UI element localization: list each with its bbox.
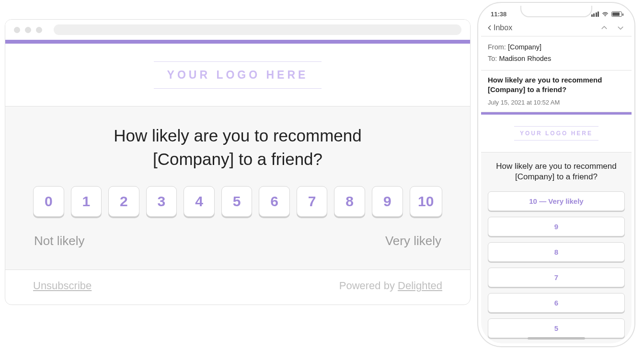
svg-point-0 — [605, 15, 606, 16]
nps-score-8[interactable]: 8 — [334, 186, 365, 217]
nps-score-5[interactable]: 5 — [221, 186, 253, 217]
chevron-left-icon — [486, 24, 494, 32]
nps-score-2[interactable]: 2 — [108, 186, 139, 217]
email-footer: Unsubscribe Powered by Delighted — [5, 270, 470, 304]
phone-nps-option-6[interactable]: 6 — [488, 293, 625, 313]
nps-score-10[interactable]: 10 — [410, 186, 442, 217]
phone-survey-question: How likely are you to recommend [Company… — [488, 161, 625, 183]
nps-score-1[interactable]: 1 — [71, 186, 102, 217]
phone-notch — [520, 6, 592, 17]
desktop-email-preview: YOUR LOGO HERE How likely are you to rec… — [5, 19, 471, 305]
unsubscribe-link[interactable]: Unsubscribe — [33, 280, 92, 292]
cellular-signal-icon — [591, 12, 599, 17]
window-dot-min-icon — [25, 27, 31, 33]
nps-scale-labels: Not likely Very likely — [33, 234, 442, 248]
from-prefix: From: — [488, 43, 508, 51]
email-date: July 15, 2021 at 10:52 AM — [488, 99, 625, 106]
nps-score-0[interactable]: 0 — [33, 186, 64, 217]
nps-score-row: 0 1 2 3 4 5 6 7 8 9 10 — [33, 186, 442, 217]
nps-label-high: Very likely — [385, 234, 441, 248]
nps-score-7[interactable]: 7 — [297, 186, 328, 217]
phone-nps-option-9[interactable]: 9 — [488, 217, 625, 236]
powered-by-brand-link[interactable]: Delighted — [398, 280, 442, 292]
nps-score-4[interactable]: 4 — [184, 186, 215, 217]
battery-icon — [611, 12, 622, 17]
window-dot-close-icon — [14, 27, 20, 33]
wifi-icon — [602, 11, 609, 18]
phone-nps-option-10[interactable]: 10 — Very likely — [488, 191, 625, 211]
phone-nps-option-5[interactable]: 5 — [488, 318, 625, 338]
browser-window-controls — [14, 27, 42, 33]
phone-logo-zone: YOUR LOGO HERE — [481, 115, 632, 152]
to-prefix: To: — [488, 55, 499, 62]
inbox-back-button[interactable]: Inbox — [486, 23, 512, 32]
logo-placeholder: YOUR LOGO HERE — [154, 61, 322, 89]
email-accent-bar — [5, 40, 470, 44]
from-value: [Company] — [508, 43, 541, 51]
powered-by-prefix: Powered by — [339, 280, 398, 292]
nps-score-9[interactable]: 9 — [372, 186, 403, 217]
email-subject: How likely are you to recommend [Company… — [488, 75, 625, 95]
phone-email-preview: 11:38 — [477, 2, 635, 347]
powered-by: Powered by Delighted — [339, 280, 442, 292]
email-to-row: To: Madison Rhodes — [488, 53, 625, 64]
phone-survey-body: How likely are you to recommend [Company… — [481, 152, 632, 344]
inbox-nav-bar: Inbox — [481, 18, 632, 36]
phone-nps-option-8[interactable]: 8 — [488, 242, 625, 262]
email-from-row: From: [Company] — [488, 41, 625, 53]
browser-chrome — [5, 20, 470, 40]
survey-question: How likely are you to recommend [Company… — [80, 124, 396, 171]
browser-url-bar[interactable] — [54, 24, 461, 35]
nps-label-low: Not likely — [34, 234, 84, 248]
prev-message-button[interactable] — [600, 23, 609, 32]
phone-logo-placeholder: YOUR LOGO HERE — [514, 126, 598, 141]
email-subject-block: How likely are you to recommend [Company… — [481, 70, 632, 112]
window-dot-max-icon — [36, 27, 42, 33]
phone-nps-option-7[interactable]: 7 — [488, 268, 625, 287]
nps-score-3[interactable]: 3 — [146, 186, 177, 217]
home-indicator-icon — [528, 337, 585, 340]
email-meta: From: [Company] To: Madison Rhodes — [481, 36, 632, 70]
nps-score-6[interactable]: 6 — [259, 186, 290, 217]
phone-clock: 11:38 — [491, 11, 506, 18]
inbox-back-label: Inbox — [494, 23, 512, 32]
to-value: Madison Rhodes — [499, 55, 551, 62]
email-survey-body: How likely are you to recommend [Company… — [5, 106, 470, 270]
next-message-button[interactable] — [616, 23, 625, 32]
email-logo-zone: YOUR LOGO HERE — [5, 44, 470, 106]
